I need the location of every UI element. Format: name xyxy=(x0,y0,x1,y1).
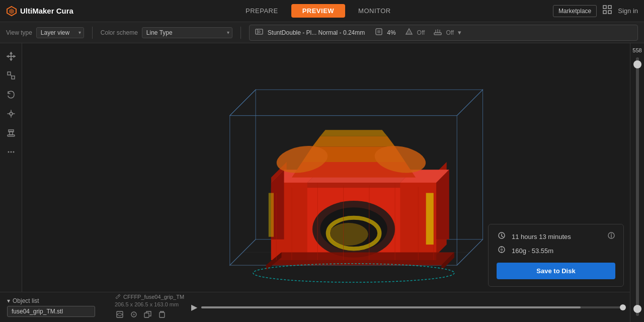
solidify-icon xyxy=(375,28,383,37)
tool-support[interactable] xyxy=(3,125,19,141)
object-actions xyxy=(115,309,184,321)
svg-rect-2 xyxy=(603,6,606,9)
svg-rect-15 xyxy=(8,72,11,75)
obj-settings-btn[interactable] xyxy=(129,309,139,321)
build-plate-off-label: Off xyxy=(446,29,454,36)
view-type-select-wrapper: Layer view Solid view X-Ray view xyxy=(36,27,84,38)
object-list-section: ▾ Object list xyxy=(7,297,108,317)
time-row: 11 hours 13 minutes xyxy=(497,231,615,242)
svg-rect-10 xyxy=(377,30,380,33)
obj-delete-btn[interactable] xyxy=(157,309,167,321)
support-icon xyxy=(405,28,413,37)
progress-fill xyxy=(201,306,581,308)
svg-rect-63 xyxy=(269,193,274,237)
object-info: CFFFP_fuse04_grip_TM 206.5 x 206.5 x 163… xyxy=(115,293,184,321)
left-sidebar xyxy=(0,43,22,322)
svg-rect-4 xyxy=(603,11,606,14)
material-row: 160g · 53.55m xyxy=(497,246,615,256)
svg-rect-6 xyxy=(256,29,263,34)
view-type-select[interactable]: Layer view Solid view X-Ray view xyxy=(36,27,84,38)
color-scheme-select[interactable]: Line Type Speed Material Color xyxy=(142,27,232,38)
svg-rect-5 xyxy=(608,11,611,14)
printer-info[interactable]: StuntDouble - Pl... Normal - 0.24mm 4% O… xyxy=(249,25,638,41)
svg-marker-1 xyxy=(9,9,14,14)
view-type-group: View type Layer view Solid view X-Ray vi… xyxy=(6,27,84,38)
layer-slider-thumb-top[interactable] xyxy=(633,60,641,68)
svg-rect-73 xyxy=(117,311,123,317)
printer-settings-icon xyxy=(255,27,264,38)
time-label: 11 hours 13 minutes xyxy=(512,233,571,240)
color-scheme-select-wrapper: Line Type Speed Material Color xyxy=(142,27,232,38)
tab-monitor[interactable]: MONITOR xyxy=(347,4,402,18)
svg-line-72 xyxy=(118,295,119,296)
tool-move[interactable] xyxy=(3,48,19,64)
marketplace-button[interactable]: Marketplace xyxy=(553,5,597,17)
svg-rect-76 xyxy=(144,313,149,317)
obj-copy-btn[interactable] xyxy=(143,309,153,321)
progress-thumb[interactable] xyxy=(620,304,626,310)
layer-slider-thumb-bottom[interactable] xyxy=(633,305,641,313)
color-scheme-label: Color scheme xyxy=(101,29,138,36)
layer-slider[interactable]: 558 xyxy=(630,43,644,322)
svg-line-17 xyxy=(11,75,12,76)
svg-rect-21 xyxy=(9,130,14,132)
object-dimensions: 206.5 x 206.5 x 163.0 mm xyxy=(115,301,184,307)
svg-marker-27 xyxy=(457,90,482,265)
toolbar-expand-icon[interactable]: ▾ xyxy=(458,29,461,36)
logo-icon xyxy=(6,6,17,17)
signin-button[interactable]: Sign in xyxy=(618,7,638,15)
object-list-header[interactable]: ▾ Object list xyxy=(7,297,108,304)
svg-line-83 xyxy=(502,236,503,237)
save-to-disk-button[interactable]: Save to Disk xyxy=(497,263,615,279)
topbar-right: Marketplace Sign in xyxy=(553,5,638,17)
grid-icon xyxy=(603,5,612,14)
model-name-text: CFFFP_fuse04_grip_TM xyxy=(123,294,184,300)
svg-rect-62 xyxy=(426,193,434,245)
material-label: 160g · 53.55m xyxy=(512,247,553,255)
color-scheme-group: Color scheme Line Type Speed Material Co… xyxy=(101,27,232,38)
svg-point-23 xyxy=(10,151,12,153)
object-model-name: CFFFP_fuse04_grip_TM xyxy=(115,293,184,300)
toolbar-divider-1 xyxy=(92,27,93,39)
svg-marker-28 xyxy=(230,90,483,115)
tab-preview[interactable]: PREVIEW xyxy=(291,4,345,18)
tool-scale[interactable] xyxy=(3,67,19,84)
nav-tabs: PREPARE PREVIEW MONITOR xyxy=(89,4,548,18)
svg-marker-26 xyxy=(230,90,256,265)
svg-marker-50 xyxy=(312,136,395,147)
svg-point-61 xyxy=(253,264,454,282)
edit-icon xyxy=(115,293,121,300)
toolbar-divider-2 xyxy=(240,27,241,39)
tab-prepare[interactable]: PREPARE xyxy=(234,4,289,18)
svg-point-88 xyxy=(501,249,503,251)
info-detail-button[interactable] xyxy=(607,231,615,242)
progress-bar[interactable] xyxy=(201,306,623,308)
obj-3d-view-btn[interactable] xyxy=(115,309,125,321)
topbar: UltiMaker Cura PREPARE PREVIEW MONITOR M… xyxy=(0,0,644,22)
toolbar: View type Layer view Solid view X-Ray vi… xyxy=(0,22,644,43)
svg-point-24 xyxy=(13,151,14,153)
settings-svg-icon xyxy=(255,27,264,36)
svg-point-86 xyxy=(611,233,612,234)
info-panel: 11 hours 13 minutes 160g · 53.55m xyxy=(488,224,624,287)
layer-slider-track[interactable] xyxy=(636,57,639,316)
view-type-label: View type xyxy=(6,29,32,36)
svg-point-22 xyxy=(8,151,9,153)
bottom-panel: ▾ Object list CFFFP_fuse04_grip_TM 206.5… xyxy=(0,292,630,322)
svg-rect-3 xyxy=(608,6,611,9)
tool-snap[interactable] xyxy=(3,106,19,122)
main-area: 558 ▾ Object list CFFFP_fuse04_g xyxy=(0,43,644,322)
tool-more[interactable] xyxy=(3,144,19,160)
material-icon xyxy=(497,246,507,256)
object-list-label: Object list xyxy=(13,297,39,304)
grid-icon-button[interactable] xyxy=(603,5,612,17)
layer-value: 558 xyxy=(632,47,641,53)
playback-controls: ▶ xyxy=(191,302,623,312)
svg-rect-16 xyxy=(12,76,15,79)
build-plate-icon xyxy=(434,28,442,37)
play-button[interactable]: ▶ xyxy=(191,302,197,312)
svg-point-57 xyxy=(329,223,368,246)
logo-area: UltiMaker Cura xyxy=(6,6,73,17)
tool-undo[interactable] xyxy=(3,87,19,103)
object-filename-input[interactable] xyxy=(7,306,95,317)
